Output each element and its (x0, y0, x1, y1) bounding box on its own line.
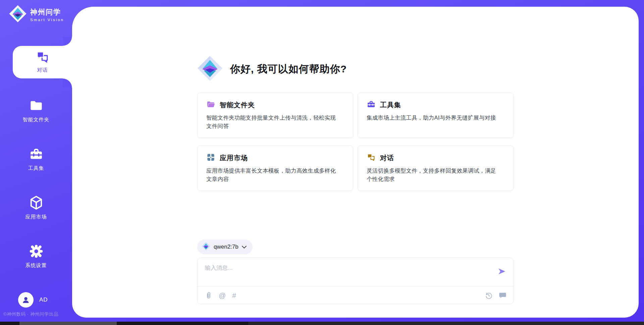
sidebar-item-toolset[interactable]: 工具集 (0, 147, 72, 172)
toolbox-icon (367, 100, 376, 110)
history-icon[interactable] (485, 291, 493, 300)
sidebar-item-label: 系统设置 (25, 262, 47, 269)
hashtag-icon[interactable]: # (232, 292, 236, 299)
folder-open-icon (206, 100, 215, 110)
attachment-icon[interactable] (204, 291, 212, 300)
composer-toolbar: @ # (198, 286, 513, 304)
card-smart-folder[interactable]: 智能文件夹 智能文件夹功能支持批量文件上传与清洗，轻松实现文件问答 (197, 92, 353, 138)
sidebar-item-smart-folder[interactable]: 智能文件夹 (0, 98, 72, 123)
person-icon (21, 295, 31, 305)
avatar (18, 292, 34, 308)
card-title: 智能文件夹 (220, 101, 255, 110)
chevron-down-icon (242, 244, 247, 250)
grid-icon (206, 153, 215, 163)
sidebar-item-app-market[interactable]: 应用市场 (0, 195, 72, 220)
logo-diamond-icon (202, 242, 210, 252)
sidebar-item-settings[interactable]: 系统设置 (0, 244, 72, 269)
message-input[interactable] (198, 258, 493, 286)
greeting-title: 你好, 我可以如何帮助你? (230, 62, 347, 76)
main-content-panel: 你好, 我可以如何帮助你? 智能文件夹 智能文件夹功能支持批量文件上传与清洗，轻… (72, 7, 639, 318)
sidebar-item-label: 工具集 (28, 165, 44, 172)
brand-title: 神州问学 (30, 7, 64, 17)
toolbox-icon (29, 147, 43, 161)
card-toolset[interactable]: 工具集 集成市场上主流工具，助力AI与外界无缝扩展与对接 (358, 92, 514, 138)
card-description: 应用市场提供丰富长文本模板，助力高效生成多样化文章内容 (206, 167, 338, 183)
brand-diamond-logo-icon (9, 5, 27, 24)
sidebar: 神州问学 Smart Vision 对话 智能文件夹 (0, 0, 72, 322)
card-description: 集成市场上主流工具，助力AI与外界无缝扩展与对接 (367, 114, 498, 122)
brand-subtitle: Smart Vision (30, 18, 64, 22)
app-logo: 神州问学 Smart Vision (9, 5, 64, 24)
cube-icon (29, 195, 43, 210)
user-name: AD (39, 297, 48, 303)
card-description: 智能文件夹功能支持批量文件上传与清洗，轻松实现文件问答 (206, 114, 338, 130)
card-app-market[interactable]: 应用市场 应用市场提供丰富长文本模板，助力高效生成多样化文章内容 (197, 145, 353, 191)
brand-diamond-logo-icon (197, 56, 223, 82)
sidebar-item-chat[interactable]: 对话 (13, 46, 72, 78)
model-selector-value: qwen2:7b (214, 244, 238, 250)
mention-icon[interactable]: @ (219, 292, 226, 299)
card-title: 工具集 (380, 101, 401, 110)
user-account[interactable]: AD (18, 292, 48, 308)
sidebar-item-label: 应用市场 (25, 214, 47, 220)
model-selector[interactable]: qwen2:7b (197, 240, 253, 254)
sidebar-item-label: 智能文件夹 (23, 117, 50, 123)
send-icon[interactable] (496, 266, 507, 277)
gear-icon (29, 244, 44, 259)
taskbar-edge (0, 322, 644, 325)
folder-icon (30, 98, 43, 113)
greeting-block: 你好, 我可以如何帮助你? (197, 56, 347, 82)
feature-cards: 智能文件夹 智能文件夹功能支持批量文件上传与清洗，轻松实现文件问答 (197, 92, 514, 191)
message-composer: @ # (197, 258, 514, 304)
card-description: 灵活切换多模型文件，支持多样回复效果调试，满足个性化需求 (367, 167, 498, 183)
chat-icon (367, 153, 376, 163)
copyright-footer: ©神州数码 · 神州问学出品 (3, 311, 72, 317)
card-chat[interactable]: 对话 灵活切换多模型文件，支持多样回复效果调试，满足个性化需求 (358, 145, 514, 191)
chat-bubble-icon[interactable] (498, 291, 506, 300)
card-title: 应用市场 (220, 153, 248, 162)
chat-icon (36, 51, 49, 64)
card-title: 对话 (380, 153, 394, 162)
sidebar-item-label: 对话 (37, 67, 48, 73)
